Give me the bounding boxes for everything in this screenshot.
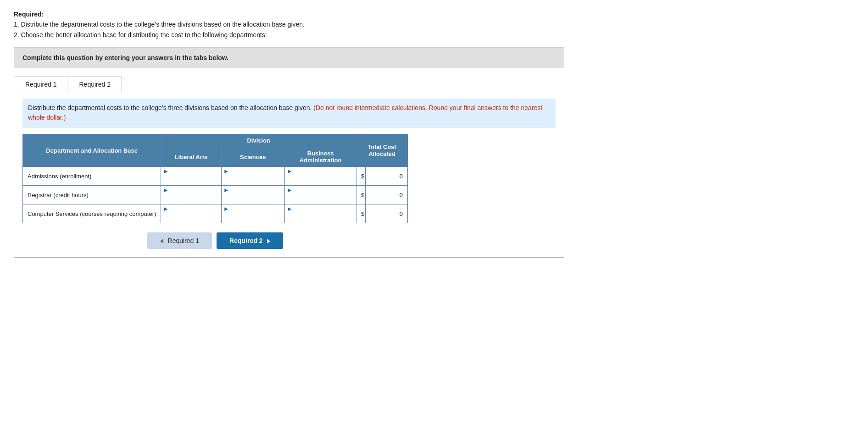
tab-content-area: Distribute the departmental costs to the… <box>14 92 564 258</box>
input-arrow-5: ► <box>223 187 229 193</box>
input-registrar-sciences[interactable] <box>223 193 283 203</box>
input-cell-admissions-sciences[interactable]: ► <box>221 167 284 186</box>
prev-label: Required 1 <box>168 237 200 244</box>
dollar-sign-registrar: $ <box>356 186 366 204</box>
row-label-registrar: Registrar (credit hours) <box>23 186 161 204</box>
input-cell-computer-business-admin[interactable]: ► <box>284 204 356 223</box>
col-header-dept: Department and Allocation Base <box>23 134 161 167</box>
input-cell-registrar-liberal-arts[interactable]: ► <box>161 186 221 204</box>
input-registrar-business-admin[interactable] <box>287 193 354 203</box>
input-arrow-4: ► <box>163 187 169 193</box>
instruction-text: Distribute the departmental costs to the… <box>22 99 556 127</box>
input-admissions-sciences[interactable] <box>223 175 283 184</box>
input-arrow-9: ► <box>287 205 293 212</box>
prev-icon <box>160 239 163 243</box>
table-row: Admissions (enrollment) ► ► ► <box>23 167 408 186</box>
nav-buttons: Required 1 Required 2 <box>22 232 408 249</box>
tab-required1[interactable]: Required 1 <box>14 77 68 92</box>
required-item1: 1. Distribute the departmental costs to … <box>14 21 305 28</box>
input-cell-computer-sciences[interactable]: ► <box>221 204 284 223</box>
next-button[interactable]: Required 2 <box>217 232 283 249</box>
input-cell-registrar-sciences[interactable]: ► <box>221 186 284 204</box>
col-header-sciences: Sciences <box>221 147 284 167</box>
input-arrow-8: ► <box>223 205 229 212</box>
input-arrow-2: ► <box>223 168 229 175</box>
total-registrar: 0 <box>366 186 408 204</box>
required-item2: 2. Choose the better allocation base for… <box>14 31 267 39</box>
input-arrow-7: ► <box>163 205 169 212</box>
input-cell-admissions-liberal-arts[interactable]: ► <box>161 167 221 186</box>
input-arrow-6: ► <box>287 187 293 193</box>
input-admissions-liberal-arts[interactable] <box>163 175 219 184</box>
table-row: Computer Services (courses requiring com… <box>23 204 408 223</box>
complete-box-text: Complete this question by entering your … <box>22 54 228 61</box>
tabs-container: Required 1 Required 2 <box>14 77 122 92</box>
next-label: Required 2 <box>229 237 262 244</box>
next-icon <box>267 239 270 243</box>
input-computer-liberal-arts[interactable] <box>163 212 219 222</box>
required-header: Required: 1. Distribute the departmental… <box>14 9 564 40</box>
input-arrow-1: ► <box>163 168 169 175</box>
table-row: Registrar (credit hours) ► ► ► <box>23 186 408 204</box>
row-label-admissions: Admissions (enrollment) <box>23 167 161 186</box>
input-arrow-3: ► <box>287 168 293 175</box>
allocation-table: Department and Allocation Base Division … <box>22 134 408 223</box>
prev-button[interactable]: Required 1 <box>147 232 212 249</box>
total-computer: 0 <box>366 204 408 223</box>
division-header: Division <box>161 134 356 147</box>
total-admissions: 0 <box>366 167 408 186</box>
input-cell-registrar-business-admin[interactable]: ► <box>284 186 356 204</box>
row-label-computer-services: Computer Services (courses requiring com… <box>23 204 161 223</box>
dollar-sign-admissions: $ <box>356 167 366 186</box>
col-header-business-admin: Business Administration <box>284 147 356 167</box>
complete-box: Complete this question by entering your … <box>14 47 564 68</box>
input-admissions-business-admin[interactable] <box>287 175 354 184</box>
input-computer-sciences[interactable] <box>223 212 283 222</box>
input-cell-computer-liberal-arts[interactable]: ► <box>161 204 221 223</box>
input-cell-admissions-business-admin[interactable]: ► <box>284 167 356 186</box>
instruction-main: Distribute the departmental costs to the… <box>28 104 312 111</box>
tab-required2[interactable]: Required 2 <box>68 77 122 92</box>
required-label: Required: <box>14 11 44 18</box>
col-header-total: Total Cost Allocated <box>356 134 408 167</box>
dollar-sign-computer: $ <box>356 204 366 223</box>
input-registrar-liberal-arts[interactable] <box>163 193 219 203</box>
input-computer-business-admin[interactable] <box>287 212 354 222</box>
col-header-liberal-arts: Liberal Arts <box>161 147 221 167</box>
